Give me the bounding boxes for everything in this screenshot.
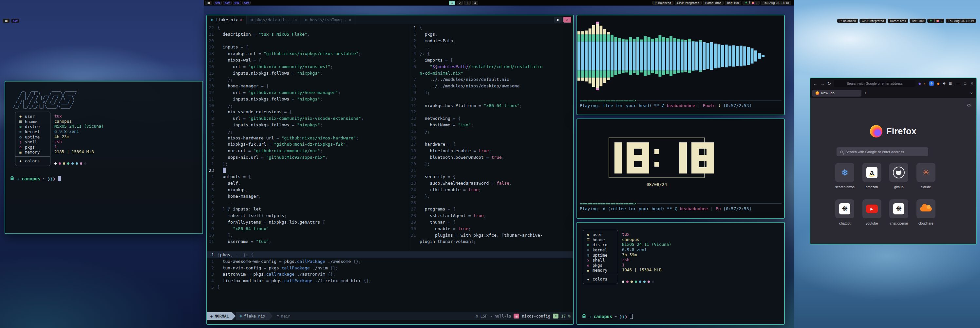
back-button[interactable]: ← bbox=[813, 81, 817, 86]
workspace-2[interactable]: 2 bbox=[457, 1, 463, 5]
nixos-ascii-logo: _ ___ ____ _____ / | / (_) __/ __ \/ ___… bbox=[13, 87, 79, 109]
code-line: 22 security = { bbox=[409, 173, 573, 180]
tab-close-icon[interactable]: ✕ bbox=[349, 18, 351, 22]
forward-button[interactable]: → bbox=[820, 81, 824, 86]
clock-terminal-window[interactable]: 08/08/24 =====================> Playing:… bbox=[576, 119, 785, 219]
workspace-4[interactable]: 4 bbox=[472, 1, 478, 5]
now-playing-text: Playing: ffee for your head) ** ♫ beabad… bbox=[580, 103, 751, 108]
fetch-row: ❄distro bbox=[583, 242, 618, 247]
tab-close-icon[interactable]: ✕ bbox=[294, 18, 297, 22]
shortcut-chat.openai[interactable]: ❋chat.openai bbox=[885, 200, 913, 225]
terminal-window-fetch-right[interactable]: ☻user☰hname❄distro⌨kernel◷uptime❯shell✿p… bbox=[576, 222, 785, 325]
shortcut-cloudflare[interactable]: cloudflare bbox=[913, 200, 940, 225]
workspace-1[interactable]: 1 bbox=[449, 1, 455, 5]
theme-toggle-button[interactable]: ◐ bbox=[554, 17, 562, 22]
clock-time bbox=[600, 143, 714, 173]
app-grid-icon[interactable]: ▦ bbox=[205, 1, 212, 5]
terminal-cursor bbox=[630, 314, 633, 319]
fetch-row: ▦memory bbox=[583, 268, 618, 273]
code-line: 18 nixpkgs.url = "github:nixos/nixpkgs/n… bbox=[207, 51, 409, 57]
fetch-row: ⌨kernel bbox=[15, 129, 50, 135]
code-line: 3 astronvim = pkgs.callPackage ./astronv… bbox=[207, 271, 573, 277]
search-input[interactable]: Search with Google or enter address bbox=[837, 147, 928, 156]
tab-new-tab[interactable]: New Tab bbox=[812, 90, 861, 97]
fetch-row: ☰hname bbox=[583, 237, 618, 242]
shell-prompt[interactable]: →canopus~❯❯❯ bbox=[10, 176, 61, 181]
app-grid-icon[interactable]: ▦ bbox=[3, 19, 10, 23]
tab-close-icon[interactable]: ✕ bbox=[240, 18, 242, 22]
fetch-row: ❯shell bbox=[583, 258, 618, 263]
new-tab-button[interactable]: + bbox=[864, 91, 867, 95]
code-line: 3 nixpkgs, bbox=[207, 187, 409, 193]
firefox-window[interactable]: ← → ↻ Search with Google or enter addres… bbox=[810, 78, 977, 244]
code-line: 12 bbox=[409, 109, 573, 115]
code-line: 5 imports = [ bbox=[409, 57, 573, 63]
nix-file-icon: ❄ bbox=[211, 17, 213, 22]
bitwarden-icon[interactable]: B bbox=[929, 81, 934, 86]
code-line: 15 }; bbox=[409, 128, 573, 135]
tray-icons[interactable]: ♣ ᛒ ▯ bbox=[743, 1, 760, 5]
code-line: 16 bbox=[409, 135, 573, 141]
code-line: 10 bbox=[409, 96, 573, 103]
shortcut-github[interactable]: github bbox=[885, 163, 913, 189]
media-indicator-icon bbox=[752, 2, 754, 4]
tab-hosts-isoimage[interactable]: ❄ hosts/isoImag.. ✕ bbox=[301, 15, 355, 24]
code-line: 6 } @ inputs: let bbox=[207, 206, 409, 212]
extensions-puzzle-icon[interactable]: ❖ bbox=[942, 81, 946, 86]
shell-prompt[interactable]: →canopus~❯❯❯ bbox=[582, 314, 633, 319]
code-line: 13 networking = { bbox=[409, 115, 573, 122]
code-line: 15 inputs.nixpkgs.follows = "nixpkgs"; bbox=[207, 70, 409, 77]
tag-indicator[interactable]: $W bbox=[213, 1, 222, 5]
terminal-window-fetch-left[interactable]: _ ___ ____ _____ / | / (_) __/ __ \/ ___… bbox=[5, 81, 203, 234]
code-line: 4 firefox-mod-blur = pkgs.callPackage ./… bbox=[207, 277, 573, 284]
shortcut-chatgpt[interactable]: ❋chatgpt bbox=[831, 200, 859, 225]
shortcut-amazon[interactable]: aamazon bbox=[859, 163, 886, 189]
shortcut-claude[interactable]: ✳claude bbox=[913, 163, 940, 189]
git-branch-segment: ⌥ main bbox=[273, 314, 294, 318]
code-line: 7 ../../modules/nixos/default.nix bbox=[409, 76, 573, 83]
extension-diamond-icon[interactable]: ◆ bbox=[918, 81, 921, 86]
editor-pane-isoimage[interactable]: 1{1 pkgs,2 modulesPath,3 ...4}: {5 impor… bbox=[409, 25, 573, 251]
dark-reader-icon[interactable]: ◐ bbox=[924, 81, 926, 86]
cava-terminal-window[interactable]: =====================> Playing: ffee for… bbox=[576, 15, 785, 115]
editor-pane-flake[interactable]: 22{21 description = "tux's NixOS Flake";… bbox=[207, 25, 409, 251]
mode-segment: ◆ NORMAL bbox=[207, 312, 232, 320]
tab-pkgs-default[interactable]: ❄ pkgs/default... ✕ bbox=[247, 15, 301, 24]
firefox-toolbar: ← → ↻ Search with Google or enter addres… bbox=[810, 78, 976, 89]
fetch-row: ☻user bbox=[583, 232, 618, 237]
code-line: 1{ bbox=[409, 25, 573, 31]
tray-icons[interactable]: ♣ ᛒ ▯ bbox=[927, 19, 944, 23]
code-line: 17 nixos-wsl = { bbox=[207, 57, 409, 63]
tab-flake-nix[interactable]: ❄ flake.nix ✕ bbox=[207, 15, 247, 24]
media-indicator-icon bbox=[936, 20, 939, 22]
tag-indicator[interactable]: $W bbox=[11, 19, 19, 23]
window-close-button[interactable]: ✕ bbox=[563, 17, 571, 22]
shortcut-search.nixos[interactable]: ❄search.nixos bbox=[831, 163, 859, 189]
url-bar[interactable]: Search with Google or enter address bbox=[834, 80, 915, 87]
workspace-3[interactable]: 3 bbox=[464, 1, 470, 5]
minimize-button[interactable]: — bbox=[956, 81, 960, 86]
command-line[interactable] bbox=[207, 320, 573, 324]
fetch-row: ✿pkgs bbox=[583, 263, 618, 268]
menu-icon[interactable]: ☰ bbox=[948, 81, 952, 86]
code-line: 24 rtkit.enable = true; bbox=[409, 187, 573, 193]
maximize-button[interactable]: □ bbox=[964, 81, 966, 86]
shortcut-youtube[interactable]: ▶youtube bbox=[859, 200, 886, 225]
code-line: 8 ../../modules/nixos/desktop/awesome bbox=[409, 83, 573, 89]
close-button[interactable]: ✕ bbox=[970, 81, 974, 86]
code-line: 4}: { bbox=[409, 51, 573, 57]
tab-list-chevron-icon[interactable]: ∨ bbox=[970, 91, 974, 95]
neovim-window[interactable]: ❄ flake.nix ✕ ❄ pkgs/default... ✕ ❄ host… bbox=[206, 15, 574, 325]
personalize-gear-icon[interactable]: ⚙ bbox=[967, 103, 971, 108]
reload-button[interactable]: ↻ bbox=[827, 81, 831, 86]
editor-pane-pkgs-default[interactable]: 1{pkgs, ...}: {1 tux-awesome-wm-config =… bbox=[207, 251, 573, 312]
tag-indicator[interactable]: $W bbox=[242, 1, 251, 5]
openai-icon: ❋ bbox=[839, 203, 850, 214]
bar-module: P: Balanced bbox=[652, 1, 673, 5]
code-line: 1{pkgs, ...}: { bbox=[207, 252, 573, 258]
tag-indicator[interactable]: $W bbox=[223, 1, 231, 5]
metamask-icon[interactable]: ◆ bbox=[937, 81, 939, 86]
fetch-values: tuxcanopusNixOS 24.11 (Vicuna)6.9.8-zen1… bbox=[622, 232, 671, 284]
tag-indicator[interactable]: $W bbox=[233, 1, 241, 5]
code-line: 4 home-manager, bbox=[207, 193, 409, 200]
